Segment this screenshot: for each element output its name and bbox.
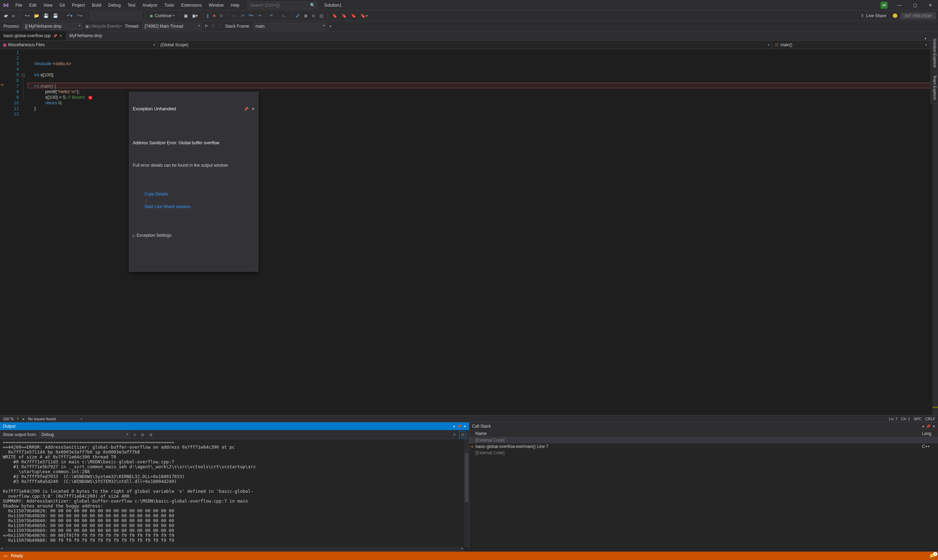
callstack-header[interactable]: Call Stack ▾ 📌 ✕ [469,422,938,430]
notifications-icon[interactable]: 🔔2 [929,553,935,558]
output-icon-1[interactable]: ⎚ [132,431,137,438]
stackframe-dropdown[interactable]: main [253,23,326,30]
undo-icon[interactable]: ↶▾ [66,12,74,19]
solution-explorer-tab[interactable]: Solution Explorer [930,35,938,72]
output-hscrollbar[interactable]: ◂▸ [0,547,464,552]
pin-icon[interactable]: 📌 [53,34,57,38]
minimize-button[interactable]: — [892,0,907,11]
copy-details-link[interactable]: Copy Details [144,192,168,197]
menu-project[interactable]: Project [68,0,88,11]
output-icon-2[interactable]: ≣ [139,431,146,438]
fold-toggle-icon[interactable]: − [22,74,25,77]
maximize-button[interactable]: ▢ [907,0,923,11]
lifecycle-events-dropdown[interactable]: ▣Lifecycle Events▾ [85,24,122,29]
toolbar-empty-field-1[interactable] [90,12,109,20]
resize-grip-icon[interactable]: ⋰ [254,265,257,271]
comment-icon[interactable]: ▤ [318,12,325,19]
menu-git[interactable]: Git [56,0,68,11]
team-explorer-tab[interactable]: Team Explorer [930,72,938,104]
indent-icon[interactable]: ≣ [303,12,309,19]
eol-indicator[interactable]: CRLF [925,417,935,421]
menu-file[interactable]: File [12,0,26,11]
user-badge[interactable]: JR [881,2,887,9]
toolbar-misc-1[interactable]: ⎌▾ [281,12,288,19]
panel-dropdown-icon[interactable]: ▾ [453,425,455,428]
menu-window[interactable]: Window [205,0,227,11]
bookmark-prev-icon[interactable]: 🔖 [340,12,348,19]
output-body[interactable]: ========================================… [0,439,469,552]
close-window-button[interactable]: ✕ [923,0,938,11]
menu-help[interactable]: Help [227,0,243,11]
panel-dropdown-icon[interactable]: ▾ [922,425,924,428]
callstack-columns[interactable]: Name Lang [469,430,938,437]
bookmark-icon[interactable]: 🔖 [331,12,339,19]
pause-icon[interactable]: ‖ [205,12,210,19]
panel-pin-icon[interactable]: 📌 [926,425,930,428]
process-dropdown[interactable]: [] MyFileName.dmp [23,23,82,30]
start-live-share-link[interactable]: Start Live Share session... [144,204,193,209]
undo-debug-icon[interactable]: ↶ [268,12,275,19]
code-editor[interactable]: ➪ 123456789101112 − #include <stdio.h> i… [0,49,938,415]
output-header[interactable]: Output ▾ 📌 ✕ [0,422,469,430]
callstack-row[interactable]: [External Code] [469,437,938,443]
flag-2-icon[interactable]: 🏳 [212,24,216,29]
threads-icon[interactable]: ⬚ [218,24,222,29]
continue-button[interactable]: ▶ Continue ▾ [148,12,177,19]
scope-dropdown[interactable]: (Global Scope) [158,41,772,49]
nav-back-icon[interactable]: ◀▾ [2,12,9,19]
close-icon[interactable]: ✕ [252,106,255,112]
live-share-button[interactable]: ⇪ Live Share [861,13,886,18]
exception-settings-toggle[interactable]: ▷Exception Settings [133,232,255,238]
panel-close-icon[interactable]: ✕ [463,425,466,428]
output-clear-icon[interactable]: ⊟ [459,431,466,438]
editor-scrollbar[interactable]: ▴ [932,49,938,415]
highlight-icon[interactable]: 🖉 [294,12,301,19]
hscroll-left-icon[interactable]: ◂ [80,416,82,421]
thread-dropdown[interactable]: [74992] Main Thread [142,23,202,30]
debug-toolbar-icon-2[interactable]: ▣▾ [191,12,199,19]
output-source-dropdown[interactable]: Debug [39,431,130,438]
menu-tools[interactable]: Tools [161,0,178,11]
issues-text[interactable]: No issues found [28,417,56,421]
project-dropdown[interactable]: ▣Miscellaneous Files [0,41,158,49]
document-tab[interactable]: basic-global-overflow.cpp📌✕ [0,31,66,40]
step-over-icon[interactable]: ↷• [247,12,255,19]
save-icon[interactable]: 💾 [42,12,50,19]
flag-icon[interactable]: 🏳 [205,24,209,29]
menu-analyze[interactable]: Analyze [139,0,161,11]
zoom-dropdown-icon[interactable]: ▾ [17,417,18,420]
nav-fwd-icon[interactable]: ▶ [11,12,17,19]
step-out-icon[interactable]: ↑• [256,12,262,19]
bookmark-clear-icon[interactable]: 🔖▾ [359,12,369,19]
show-next-icon[interactable]: → [231,12,237,19]
menu-build[interactable]: Build [89,0,105,11]
menu-test[interactable]: Test [125,0,139,11]
stop-icon[interactable]: ■ [212,12,217,19]
callstack-row[interactable]: [External Code] [469,450,938,456]
outdent-icon[interactable]: ≣ [310,12,317,19]
restart-icon[interactable]: ↻ [218,12,225,19]
indent-indicator[interactable]: SPC [914,417,922,421]
zoom-level[interactable]: 100 % [3,417,14,421]
toolbar-overflow-icon[interactable]: ▾ [329,24,331,29]
toolbar-empty-field-2[interactable] [111,12,142,20]
open-icon[interactable]: 📂 [32,12,41,19]
error-indicator-icon[interactable]: ✕ [88,95,92,100]
tab-list-dropdown[interactable]: ▾ [923,37,929,40]
callstack-body[interactable]: [External Code]➪basic-global-overflow.ex… [469,437,938,552]
search-input[interactable] [250,3,310,8]
member-dropdown[interactable]: ◫main() [772,41,930,49]
pin-icon[interactable]: 📌 [244,106,249,112]
step-into-icon[interactable]: ↓• [239,12,245,19]
new-item-icon[interactable]: ✦▾ [23,12,31,19]
output-vscrollbar[interactable] [464,439,469,547]
close-icon[interactable]: ✕ [59,34,62,38]
menu-edit[interactable]: Edit [26,0,40,11]
debug-toolbar-icon-1[interactable]: ▣ [183,12,189,19]
char-indicator[interactable]: Ch: 1 [901,417,910,421]
save-all-icon[interactable]: 💾 [51,12,60,19]
line-indicator[interactable]: Ln: 7 [889,417,897,421]
redo-icon[interactable]: ↷▾ [75,12,84,19]
panel-close-icon[interactable]: ✕ [932,425,935,428]
panel-pin-icon[interactable]: 📌 [457,425,461,428]
